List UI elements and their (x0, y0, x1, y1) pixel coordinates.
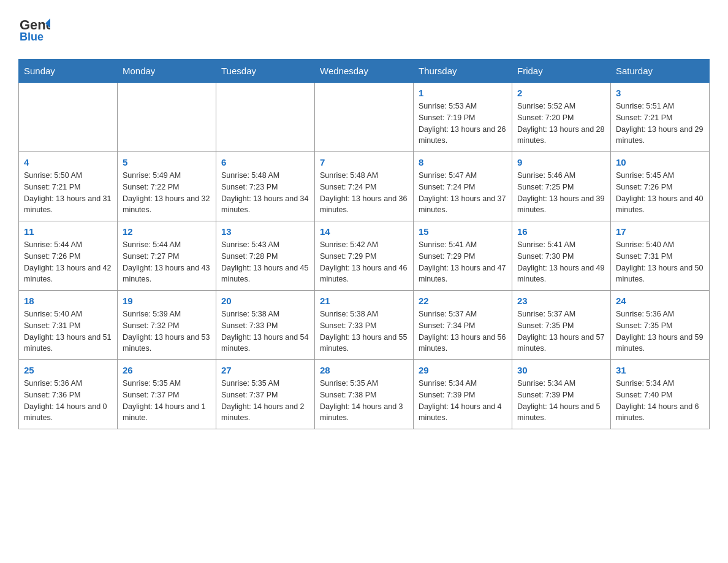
day-info: Sunrise: 5:39 AM Sunset: 7:32 PM Dayligh… (123, 308, 211, 354)
day-info: Sunrise: 5:42 AM Sunset: 7:29 PM Dayligh… (320, 239, 408, 285)
day-header-monday: Monday (118, 59, 216, 83)
calendar-cell: 2Sunrise: 5:52 AM Sunset: 7:20 PM Daylig… (512, 83, 611, 152)
day-info: Sunrise: 5:34 AM Sunset: 7:39 PM Dayligh… (419, 378, 507, 424)
day-info: Sunrise: 5:40 AM Sunset: 7:31 PM Dayligh… (616, 239, 704, 285)
day-info: Sunrise: 5:35 AM Sunset: 7:38 PM Dayligh… (320, 378, 408, 424)
page-header: General Blue (18, 12, 710, 47)
calendar-cell: 5Sunrise: 5:49 AM Sunset: 7:22 PM Daylig… (118, 152, 216, 221)
day-number: 27 (221, 365, 309, 375)
calendar-cell (315, 83, 414, 152)
calendar-cell (19, 83, 118, 152)
calendar-cell: 26Sunrise: 5:35 AM Sunset: 7:37 PM Dayli… (118, 360, 216, 429)
day-info: Sunrise: 5:37 AM Sunset: 7:35 PM Dayligh… (517, 308, 605, 354)
day-info: Sunrise: 5:43 AM Sunset: 7:28 PM Dayligh… (221, 239, 309, 285)
day-number: 2 (517, 88, 605, 98)
day-info: Sunrise: 5:48 AM Sunset: 7:24 PM Dayligh… (320, 170, 408, 216)
logo-icon: General Blue (18, 12, 50, 47)
day-info: Sunrise: 5:36 AM Sunset: 7:35 PM Dayligh… (616, 308, 704, 354)
day-number: 21 (320, 296, 408, 306)
day-info: Sunrise: 5:53 AM Sunset: 7:19 PM Dayligh… (419, 101, 507, 147)
day-info: Sunrise: 5:45 AM Sunset: 7:26 PM Dayligh… (616, 170, 704, 216)
calendar-cell (216, 83, 315, 152)
week-row-2: 4Sunrise: 5:50 AM Sunset: 7:21 PM Daylig… (19, 152, 710, 221)
day-number: 28 (320, 365, 408, 375)
day-number: 30 (517, 365, 605, 375)
week-row-1: 1Sunrise: 5:53 AM Sunset: 7:19 PM Daylig… (19, 83, 710, 152)
day-number: 29 (419, 365, 507, 375)
day-info: Sunrise: 5:35 AM Sunset: 7:37 PM Dayligh… (123, 378, 211, 424)
day-number: 14 (320, 226, 408, 237)
calendar-cell: 9Sunrise: 5:46 AM Sunset: 7:25 PM Daylig… (512, 152, 611, 221)
calendar-cell: 31Sunrise: 5:34 AM Sunset: 7:40 PM Dayli… (611, 360, 710, 429)
day-number: 22 (419, 296, 507, 306)
calendar-cell: 30Sunrise: 5:34 AM Sunset: 7:39 PM Dayli… (512, 360, 611, 429)
calendar-cell: 7Sunrise: 5:48 AM Sunset: 7:24 PM Daylig… (315, 152, 414, 221)
calendar-cell: 14Sunrise: 5:42 AM Sunset: 7:29 PM Dayli… (315, 221, 414, 291)
calendar-cell: 6Sunrise: 5:48 AM Sunset: 7:23 PM Daylig… (216, 152, 315, 221)
calendar-cell: 16Sunrise: 5:41 AM Sunset: 7:30 PM Dayli… (512, 221, 611, 291)
day-info: Sunrise: 5:44 AM Sunset: 7:26 PM Dayligh… (24, 239, 112, 285)
day-header-sunday: Sunday (19, 59, 118, 83)
calendar-cell: 29Sunrise: 5:34 AM Sunset: 7:39 PM Dayli… (414, 360, 512, 429)
calendar-cell: 21Sunrise: 5:38 AM Sunset: 7:33 PM Dayli… (315, 291, 414, 360)
calendar-cell: 11Sunrise: 5:44 AM Sunset: 7:26 PM Dayli… (19, 221, 118, 291)
day-number: 13 (221, 226, 309, 237)
calendar-cell: 12Sunrise: 5:44 AM Sunset: 7:27 PM Dayli… (118, 221, 216, 291)
day-number: 25 (24, 365, 112, 375)
week-row-4: 18Sunrise: 5:40 AM Sunset: 7:31 PM Dayli… (19, 291, 710, 360)
calendar-cell: 13Sunrise: 5:43 AM Sunset: 7:28 PM Dayli… (216, 221, 315, 291)
day-number: 16 (517, 226, 605, 237)
day-number: 18 (24, 296, 112, 306)
day-number: 6 (221, 157, 309, 167)
day-info: Sunrise: 5:34 AM Sunset: 7:39 PM Dayligh… (517, 378, 605, 424)
day-info: Sunrise: 5:38 AM Sunset: 7:33 PM Dayligh… (221, 308, 309, 354)
day-number: 23 (517, 296, 605, 306)
day-header-friday: Friday (512, 59, 611, 83)
calendar-cell: 17Sunrise: 5:40 AM Sunset: 7:31 PM Dayli… (611, 221, 710, 291)
calendar-cell: 23Sunrise: 5:37 AM Sunset: 7:35 PM Dayli… (512, 291, 611, 360)
week-row-5: 25Sunrise: 5:36 AM Sunset: 7:36 PM Dayli… (19, 360, 710, 429)
calendar-cell: 25Sunrise: 5:36 AM Sunset: 7:36 PM Dayli… (19, 360, 118, 429)
day-number: 19 (123, 296, 211, 306)
day-info: Sunrise: 5:51 AM Sunset: 7:21 PM Dayligh… (616, 101, 704, 147)
day-info: Sunrise: 5:40 AM Sunset: 7:31 PM Dayligh… (24, 308, 112, 354)
day-info: Sunrise: 5:41 AM Sunset: 7:29 PM Dayligh… (419, 239, 507, 285)
calendar-cell: 28Sunrise: 5:35 AM Sunset: 7:38 PM Dayli… (315, 360, 414, 429)
day-number: 31 (616, 365, 704, 375)
day-number: 1 (419, 88, 507, 98)
calendar-cell: 15Sunrise: 5:41 AM Sunset: 7:29 PM Dayli… (414, 221, 512, 291)
day-number: 12 (123, 226, 211, 237)
day-number: 17 (616, 226, 704, 237)
day-header-tuesday: Tuesday (216, 59, 315, 83)
day-info: Sunrise: 5:41 AM Sunset: 7:30 PM Dayligh… (517, 239, 605, 285)
day-info: Sunrise: 5:52 AM Sunset: 7:20 PM Dayligh… (517, 101, 605, 147)
day-info: Sunrise: 5:37 AM Sunset: 7:34 PM Dayligh… (419, 308, 507, 354)
day-info: Sunrise: 5:38 AM Sunset: 7:33 PM Dayligh… (320, 308, 408, 354)
day-number: 10 (616, 157, 704, 167)
calendar-cell (118, 83, 216, 152)
day-info: Sunrise: 5:50 AM Sunset: 7:21 PM Dayligh… (24, 170, 112, 216)
calendar-cell: 27Sunrise: 5:35 AM Sunset: 7:37 PM Dayli… (216, 360, 315, 429)
day-number: 5 (123, 157, 211, 167)
calendar-cell: 19Sunrise: 5:39 AM Sunset: 7:32 PM Dayli… (118, 291, 216, 360)
calendar-cell: 24Sunrise: 5:36 AM Sunset: 7:35 PM Dayli… (611, 291, 710, 360)
day-info: Sunrise: 5:36 AM Sunset: 7:36 PM Dayligh… (24, 378, 112, 424)
day-number: 9 (517, 157, 605, 167)
svg-text:Blue: Blue (20, 31, 44, 43)
calendar-cell: 18Sunrise: 5:40 AM Sunset: 7:31 PM Dayli… (19, 291, 118, 360)
day-number: 8 (419, 157, 507, 167)
day-info: Sunrise: 5:46 AM Sunset: 7:25 PM Dayligh… (517, 170, 605, 216)
week-row-3: 11Sunrise: 5:44 AM Sunset: 7:26 PM Dayli… (19, 221, 710, 291)
day-header-thursday: Thursday (414, 59, 512, 83)
day-info: Sunrise: 5:44 AM Sunset: 7:27 PM Dayligh… (123, 239, 211, 285)
day-info: Sunrise: 5:47 AM Sunset: 7:24 PM Dayligh… (419, 170, 507, 216)
day-header-wednesday: Wednesday (315, 59, 414, 83)
day-number: 24 (616, 296, 704, 306)
day-number: 4 (24, 157, 112, 167)
calendar-header-row: SundayMondayTuesdayWednesdayThursdayFrid… (19, 59, 710, 83)
day-info: Sunrise: 5:34 AM Sunset: 7:40 PM Dayligh… (616, 378, 704, 424)
calendar-cell: 3Sunrise: 5:51 AM Sunset: 7:21 PM Daylig… (611, 83, 710, 152)
day-number: 15 (419, 226, 507, 237)
day-number: 3 (616, 88, 704, 98)
calendar-cell: 10Sunrise: 5:45 AM Sunset: 7:26 PM Dayli… (611, 152, 710, 221)
